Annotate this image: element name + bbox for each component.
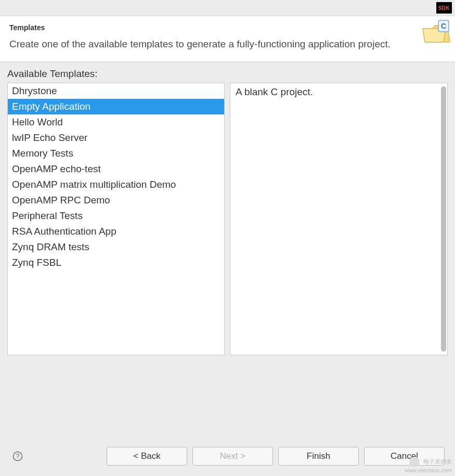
title-bar: SDK: [0, 0, 455, 16]
svg-text:C: C: [441, 22, 446, 30]
help-button[interactable]: ?: [10, 449, 25, 464]
svg-text:?: ?: [16, 453, 20, 460]
wizard-header: Templates Create one of the available te…: [0, 16, 455, 62]
template-description-text: A blank C project.: [236, 86, 442, 98]
list-item[interactable]: OpenAMP matrix multiplication Demo: [8, 177, 224, 192]
list-item[interactable]: lwIP Echo Server: [8, 130, 224, 146]
list-item[interactable]: Peripheral Tests: [8, 208, 224, 224]
list-item[interactable]: Dhrystone: [8, 83, 224, 99]
cancel-button[interactable]: Cancel: [364, 447, 445, 466]
list-item[interactable]: Zynq DRAM tests: [8, 239, 224, 255]
watermark-line2: www.elecfans.com: [405, 467, 452, 473]
scrollbar-thumb[interactable]: [441, 86, 446, 352]
list-item[interactable]: Zynq FSBL: [8, 255, 224, 271]
wizard-button-bar: ? < Back Next > Finish Cancel: [0, 447, 455, 466]
list-item[interactable]: OpenAMP echo-test: [8, 161, 224, 177]
template-description-pane: A blank C project.: [230, 83, 448, 355]
help-icon: ?: [12, 451, 23, 461]
list-item[interactable]: OpenAMP RPC Demo: [8, 192, 224, 208]
list-item[interactable]: Memory Tests: [8, 146, 224, 161]
finish-button[interactable]: Finish: [278, 447, 359, 466]
list-item[interactable]: RSA Authentication App: [8, 224, 224, 239]
available-templates-label: Available Templates:: [7, 68, 448, 80]
page-description: Create one of the available templates to…: [9, 37, 394, 52]
list-item[interactable]: Hello World: [8, 114, 224, 130]
back-button[interactable]: < Back: [107, 447, 187, 466]
folder-c-icon: C: [421, 19, 452, 48]
page-title: Templates: [9, 23, 446, 32]
list-item[interactable]: Empty Application: [8, 99, 224, 114]
template-list[interactable]: DhrystoneEmpty ApplicationHello WorldlwI…: [7, 83, 225, 355]
content-area: Available Templates: DhrystoneEmpty Appl…: [0, 62, 455, 355]
sdk-icon: SDK: [436, 2, 452, 14]
sdk-label: SDK: [438, 5, 450, 11]
next-button: Next >: [192, 447, 273, 466]
